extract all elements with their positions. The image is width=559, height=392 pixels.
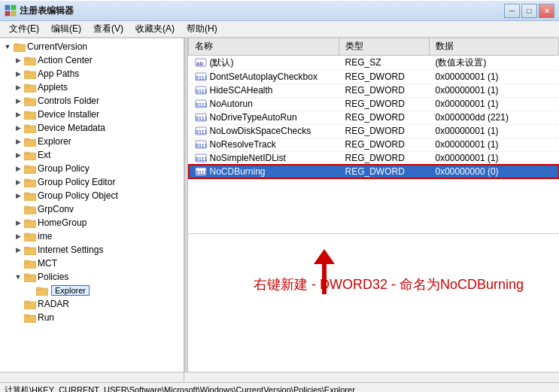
reg-icon: 0111 [195,126,207,136]
cell-type: REG_DWORD [339,138,430,151]
tree-item[interactable]: RADAR [0,297,184,311]
cell-data: (数值未设置) [430,55,559,70]
tree-item[interactable]: ▶ Explorer [0,135,184,148]
menu-bar: 文件(E)编辑(E)查看(V)收藏夹(A)帮助(H) [0,21,559,38]
cell-name: 0111 NoResolveTrack [189,138,339,151]
svg-text:0111: 0111 [196,129,207,135]
svg-rect-9 [24,71,29,73]
h-scroll-left [0,372,184,382]
tree-item-label: Device Installer [38,109,99,120]
tree-arrow: ▶ [12,151,24,159]
tree-item[interactable]: ▶ Internet Settings [0,243,184,257]
tree-item-label: App Paths [38,68,79,79]
tree-arrow: ▶ [12,232,24,240]
tree-item[interactable]: Explorer [0,284,184,297]
svg-rect-13 [24,98,29,100]
table-row[interactable]: 0111 NoLowDiskSpaceChecksREG_DWORD0x0000… [189,124,559,138]
folder-icon [24,96,36,106]
cell-data: 0x00000001 (1) [430,151,559,165]
tree-item-label: Run [38,312,54,323]
app-icon [5,5,17,17]
reg-icon: 0111 [195,71,207,82]
minimize-button[interactable]: ─ [504,4,520,18]
tree-item[interactable]: MCT [0,257,184,270]
svg-rect-21 [24,152,29,154]
table-row[interactable]: 0111 NoSimpleNetIDListREG_DWORD0x0000000… [189,151,559,165]
tree-item[interactable]: ▶ Controls Folder [0,94,184,108]
folder-icon [24,190,36,201]
cell-name: 0111 NoCDBurning [189,165,339,178]
tree-arrow: ▶ [12,70,24,77]
table-row[interactable]: 0111 NoAutorunREG_DWORD0x00000001 (1) [189,97,559,111]
menu-item[interactable]: 帮助(H) [181,21,223,37]
close-button[interactable]: ✕ [539,4,554,18]
svg-rect-25 [24,179,29,181]
tree-item[interactable]: ▶ Group Policy Object [0,189,184,202]
annotation-area: 右键新建 - DWORD32 - 命名为NoCDBurning [188,234,559,372]
reg-icon: 0111 [195,85,207,96]
svg-rect-1 [11,5,16,10]
tree-item-label: CurrentVersion [27,41,87,52]
tree-arrow: ▼ [2,43,14,50]
maximize-button[interactable]: □ [521,4,537,18]
table-row[interactable]: 0111 NoCDBurningREG_DWORD0x00000000 (0) [189,165,559,178]
menu-item[interactable]: 收藏夹(A) [129,21,181,37]
tree-panel[interactable]: ▼ CurrentVersion ▶ Action Center ▶ App P… [0,38,184,372]
menu-item[interactable]: 文件(E) [3,21,45,37]
tree-item[interactable]: ▶ Applets [0,81,184,94]
svg-rect-5 [14,44,19,46]
reg-icon: 0111 [195,153,207,163]
table-row[interactable]: 0111 NoResolveTrackREG_DWORD0x00000001 (… [189,138,559,151]
main-content: ▼ CurrentVersion ▶ Action Center ▶ App P… [0,38,559,372]
title-bar: 注册表编辑器 ─ □ ✕ [0,0,559,21]
svg-text:0111: 0111 [196,116,207,121]
tree-item[interactable]: ▶ Action Center [0,53,184,67]
tree-item[interactable]: ▶ App Paths [0,67,184,81]
folder-icon [24,150,36,160]
tree-item-label: MCT [38,258,57,269]
tree-item[interactable]: ▶ Device Metadata [0,121,184,135]
h-scroll-area [0,372,559,382]
registry-table-wrapper[interactable]: 名称 类型 数据 ab (默认)REG_SZ(数值未设置) 0111 DontS… [188,38,559,234]
cell-data: 0x00000001 (1) [430,70,559,84]
cell-type: REG_DWORD [339,111,430,124]
svg-text:0111: 0111 [196,89,207,94]
tree-item-label: RADAR [38,299,69,309]
tree-item[interactable]: ▶ Group Policy [0,162,184,175]
folder-icon [24,217,36,228]
tree-item[interactable]: ▶ Ext [0,148,184,162]
svg-rect-23 [24,166,29,168]
cell-type: REG_DWORD [339,165,430,178]
tree-item[interactable]: ▼ Policies [0,270,184,284]
menu-item[interactable]: 查看(V) [87,21,129,37]
cell-name: 0111 NoLowDiskSpaceChecks [189,124,339,138]
tree-item-label: Internet Settings [38,245,103,255]
folder-icon [24,68,36,79]
table-row[interactable]: ab (默认)REG_SZ(数值未设置) [189,55,559,70]
tree-item[interactable]: ▶ HomeGroup [0,216,184,229]
cell-data: 0x00000001 (1) [430,97,559,111]
svg-rect-17 [24,125,29,127]
tree-item[interactable]: ▼ CurrentVersion [0,40,184,53]
cell-type: REG_DWORD [339,124,430,138]
svg-rect-45 [24,315,29,317]
folder-icon [24,299,36,309]
tree-item[interactable]: Run [0,311,184,324]
tree-item[interactable]: ▶ ime [0,229,184,243]
cell-data: 0x00000000 (0) [430,165,559,178]
table-row[interactable]: 0111 HideSCAHealthREG_DWORD0x00000001 (1… [189,84,559,97]
svg-rect-3 [11,11,16,16]
cell-name: 0111 DontSetAutoplayCheckbox [189,70,339,84]
col-type: 类型 [339,38,430,55]
table-row[interactable]: 0111 NoDriveTypeAutoRunREG_DWORD0x000000… [189,111,559,124]
tree-item[interactable]: ▶ Group Policy Editor [0,175,184,189]
table-row[interactable]: 0111 DontSetAutoplayCheckboxREG_DWORD0x0… [189,70,559,84]
svg-rect-27 [24,193,29,195]
tree-item-label: Ext [38,150,50,160]
right-panel: 名称 类型 数据 ab (默认)REG_SZ(数值未设置) 0111 DontS… [188,38,559,372]
annotation-text: 右键新建 - DWORD32 - 命名为NoCDBurning [254,275,524,293]
tree-arrow: ▶ [12,192,24,199]
menu-item[interactable]: 编辑(E) [45,21,87,37]
tree-item[interactable]: ▶ Device Installer [0,108,184,121]
tree-item[interactable]: GrpConv [0,202,184,216]
